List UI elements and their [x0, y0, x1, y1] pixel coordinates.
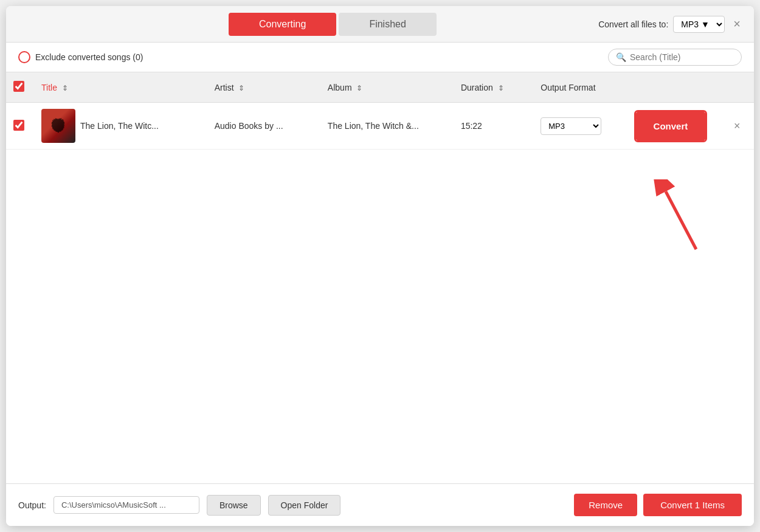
th-artist[interactable]: Artist ⇕: [207, 72, 320, 103]
search-input[interactable]: [630, 52, 734, 62]
footer-right: Remove Convert 1 Items: [574, 494, 742, 516]
row-remove-cell: ×: [723, 103, 754, 150]
tab-group: Converting Finished: [229, 13, 437, 36]
open-folder-button[interactable]: Open Folder: [268, 495, 341, 516]
search-icon: 🔍: [616, 52, 626, 62]
output-path-field[interactable]: [54, 496, 199, 514]
th-output: Output Format: [533, 72, 626, 103]
th-album[interactable]: Album ⇕: [320, 72, 454, 103]
tab-finished[interactable]: Finished: [339, 13, 436, 36]
exclude-radio[interactable]: [18, 51, 30, 63]
th-title[interactable]: Title ⇕: [34, 72, 207, 103]
album-sort-icon: ⇕: [356, 84, 362, 92]
row-duration-cell: 15:22: [454, 103, 533, 150]
header-bar: Converting Finished Convert all files to…: [6, 6, 754, 43]
output-column-label: Output Format: [541, 83, 595, 92]
title-sort-icon: ⇕: [62, 84, 68, 92]
select-all-checkbox[interactable]: [13, 81, 24, 92]
song-table: Title ⇕ Artist ⇕ Album ⇕ Duration ⇕: [6, 72, 754, 150]
main-window: Converting Finished Convert all files to…: [6, 6, 754, 526]
exclude-label: Exclude converted songs (0): [35, 52, 143, 62]
th-duration[interactable]: Duration ⇕: [454, 72, 533, 103]
title-cell-content: The Lion, The Witc...: [41, 109, 200, 143]
header-right: Convert all files to: MP3 ▼ MP4 AAC FLAC…: [598, 16, 744, 33]
remove-row-button[interactable]: ×: [730, 119, 744, 134]
table-body: The Lion, The Witc... Audio Books by ...…: [6, 103, 754, 150]
artist-column-label: Artist: [215, 83, 234, 92]
convert-button-highlight: Convert: [634, 110, 708, 142]
duration-sort-icon: ⇕: [498, 84, 504, 92]
artist-sort-icon: ⇕: [238, 84, 244, 92]
title-column-label: Title: [41, 83, 57, 92]
row-format-select[interactable]: MP3 MP4 AAC FLAC: [541, 117, 601, 135]
convert-all-label: Convert all files to:: [598, 19, 668, 29]
album-thumbnail: [41, 109, 75, 143]
album-column-label: Album: [328, 83, 352, 92]
row-title-cell: The Lion, The Witc...: [34, 103, 207, 150]
row-artist-cell: Audio Books by ...: [207, 103, 320, 150]
search-box: 🔍: [608, 49, 742, 66]
table-row: The Lion, The Witc... Audio Books by ...…: [6, 103, 754, 150]
footer: Output: Browse Open Folder Remove Conver…: [6, 483, 754, 526]
row-format-cell: MP3 MP4 AAC FLAC: [533, 103, 626, 150]
album-art: [41, 109, 75, 143]
th-check: [6, 72, 34, 103]
browse-button[interactable]: Browse: [207, 495, 261, 516]
table-header: Title ⇕ Artist ⇕ Album ⇕ Duration ⇕: [6, 72, 754, 103]
output-label: Output:: [18, 500, 46, 510]
toolbar: Exclude converted songs (0) 🔍: [6, 43, 754, 72]
format-select-header[interactable]: MP3 ▼ MP4 AAC FLAC: [673, 16, 725, 33]
row-artist: Audio Books by ...: [215, 121, 283, 131]
duration-column-label: Duration: [461, 83, 493, 92]
remove-button[interactable]: Remove: [574, 494, 637, 516]
exclude-row: Exclude converted songs (0): [18, 51, 143, 63]
row-action-cell: Convert: [627, 103, 723, 150]
row-check-cell: [6, 103, 34, 150]
th-remove: [723, 72, 754, 103]
row-duration: 15:22: [461, 121, 482, 131]
convert-items-button[interactable]: Convert 1 Items: [643, 494, 742, 516]
convert-button[interactable]: Convert: [637, 113, 705, 139]
row-checkbox[interactable]: [13, 120, 24, 131]
row-album-cell: The Lion, The Witch &...: [320, 103, 454, 150]
row-title: The Lion, The Witc...: [80, 121, 159, 131]
table-container: Title ⇕ Artist ⇕ Album ⇕ Duration ⇕: [6, 72, 754, 483]
row-album: The Lion, The Witch &...: [328, 121, 419, 131]
th-action: [627, 72, 723, 103]
tab-converting[interactable]: Converting: [229, 13, 336, 36]
close-button[interactable]: ×: [730, 16, 744, 32]
